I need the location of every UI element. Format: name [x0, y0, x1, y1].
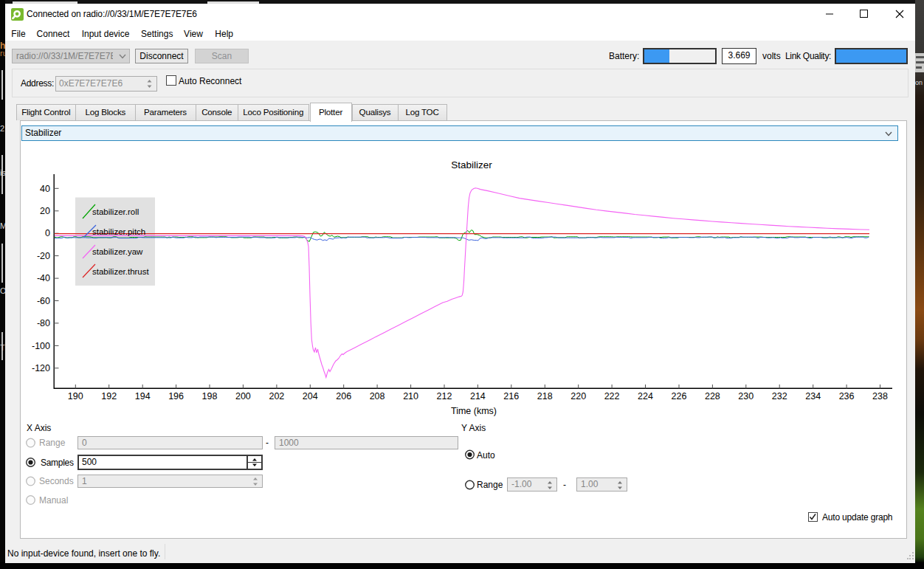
- svg-text:40: 40: [40, 184, 50, 194]
- svg-text:212: 212: [437, 391, 452, 401]
- svg-text:194: 194: [135, 391, 151, 401]
- svg-text:198: 198: [202, 391, 218, 401]
- svg-text:192: 192: [101, 391, 117, 401]
- svg-text:196: 196: [168, 391, 184, 401]
- svg-text:218: 218: [537, 391, 553, 401]
- svg-text:-40: -40: [37, 273, 50, 283]
- svg-text:216: 216: [503, 391, 519, 401]
- svg-text:236: 236: [839, 391, 855, 401]
- svg-text:-80: -80: [37, 318, 50, 328]
- svg-text:228: 228: [705, 391, 720, 401]
- svg-text:-60: -60: [37, 296, 50, 306]
- svg-text:200: 200: [235, 391, 251, 401]
- svg-text:20: 20: [40, 206, 50, 216]
- svg-text:Time (kms): Time (kms): [451, 406, 497, 416]
- svg-text:208: 208: [370, 391, 385, 401]
- svg-text:232: 232: [772, 391, 787, 401]
- svg-text:206: 206: [336, 391, 351, 401]
- svg-text:Stabilizer: Stabilizer: [451, 159, 492, 170]
- svg-text:0: 0: [45, 228, 50, 238]
- svg-text:stabilizer.roll: stabilizer.roll: [92, 207, 139, 216]
- svg-text:stabilizer.yaw: stabilizer.yaw: [92, 247, 143, 256]
- svg-text:stabilizer.pitch: stabilizer.pitch: [92, 227, 145, 236]
- svg-text:234: 234: [805, 391, 821, 401]
- svg-text:230: 230: [738, 391, 754, 401]
- svg-text:220: 220: [570, 391, 586, 401]
- svg-text:214: 214: [470, 391, 486, 401]
- svg-text:204: 204: [303, 391, 318, 401]
- svg-text:190: 190: [68, 391, 83, 401]
- svg-text:-20: -20: [37, 251, 50, 261]
- svg-text:222: 222: [604, 391, 620, 401]
- svg-text:238: 238: [872, 391, 888, 401]
- svg-text:-100: -100: [32, 341, 50, 351]
- svg-text:-120: -120: [32, 363, 50, 373]
- svg-text:stabilizer.thrust: stabilizer.thrust: [92, 267, 150, 276]
- svg-text:224: 224: [638, 391, 653, 401]
- svg-text:202: 202: [269, 391, 284, 401]
- svg-text:210: 210: [403, 391, 418, 401]
- svg-text:226: 226: [672, 391, 687, 401]
